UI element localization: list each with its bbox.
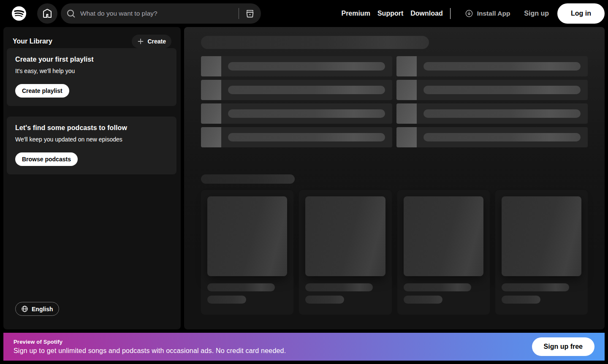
skeleton-track-row (396, 80, 588, 100)
library-title: Your Library (13, 38, 52, 45)
skeleton-card-title (502, 283, 569, 291)
nav-link-support[interactable]: Support (377, 10, 403, 17)
skeleton-track-artwork (396, 56, 417, 76)
skeleton-track-row (396, 127, 588, 147)
skeleton-track-artwork (201, 56, 221, 76)
skeleton-card-subtitle (207, 296, 246, 304)
card-title: Let's find some podcasts to follow (15, 124, 168, 132)
skeleton-track-row (201, 127, 392, 147)
nav-divider (450, 8, 451, 19)
home-button[interactable] (37, 3, 57, 24)
top-bar: Premium Support Download Install App Sig… (0, 0, 608, 27)
create-playlist-button[interactable]: Create playlist (15, 84, 69, 98)
language-button[interactable]: English (15, 302, 59, 316)
skeleton-card-artwork (305, 196, 385, 276)
signup-banner: Preview of Spotify Sign up to get unlimi… (3, 333, 605, 361)
skeleton-track-text (423, 109, 581, 118)
skeleton-page-title (201, 36, 429, 49)
banner-title: Preview of Spotify (14, 339, 286, 345)
skeleton-track-row (201, 56, 392, 76)
skeleton-card (201, 190, 293, 315)
sidebar: Your Library Create Create your first pl… (3, 27, 181, 329)
skeleton-card (397, 190, 490, 315)
install-app-button[interactable]: Install App (465, 9, 510, 18)
browse-podcasts-button[interactable]: Browse podcasts (15, 152, 78, 166)
skeleton-card-artwork (502, 196, 581, 276)
skeleton-card-subtitle (404, 296, 442, 304)
search-bar[interactable] (61, 3, 261, 24)
search-input[interactable] (80, 10, 235, 17)
card-subtitle: We'll keep you updated on new episodes (15, 136, 168, 143)
spotify-logo-icon[interactable] (12, 6, 26, 21)
home-icon (42, 8, 52, 19)
signup-link[interactable]: Sign up (524, 10, 549, 17)
create-playlist-card: Create your first playlist It's easy, we… (7, 48, 176, 106)
skeleton-section-title (201, 174, 295, 184)
find-podcasts-card: Let's find some podcasts to follow We'll… (7, 117, 176, 174)
search-divider (239, 8, 239, 19)
language-label: English (32, 306, 53, 312)
skeleton-track-text (423, 133, 581, 141)
nav-link-download[interactable]: Download (410, 10, 442, 17)
skeleton-card-title (404, 283, 471, 291)
skeleton-card-subtitle (502, 296, 540, 304)
skeleton-track-row (396, 103, 588, 124)
browse-icon[interactable] (245, 8, 255, 19)
nav-link-premium[interactable]: Premium (341, 10, 370, 17)
skeleton-track-text (423, 62, 581, 71)
skeleton-card-title (305, 283, 373, 291)
login-button[interactable]: Log in (557, 3, 605, 24)
create-button[interactable]: Create (132, 35, 171, 48)
skeleton-card-artwork (207, 196, 287, 276)
top-right-nav: Premium Support Download Install App Sig… (341, 3, 605, 24)
skeleton-track-artwork (396, 127, 417, 147)
skeleton-track-artwork (201, 103, 221, 124)
skeleton-card (495, 190, 588, 315)
skeleton-track-text (228, 62, 385, 71)
skeleton-track-row (201, 103, 392, 124)
skeleton-track-row (396, 56, 588, 76)
skeleton-card-grid (201, 190, 588, 315)
skeleton-card-title (207, 283, 275, 291)
card-title: Create your first playlist (15, 56, 168, 63)
skeleton-track-text (228, 86, 385, 94)
library-header: Your Library Create (3, 27, 181, 48)
create-button-label: Create (147, 38, 166, 45)
card-subtitle: It's easy, we'll help you (15, 68, 168, 74)
skeleton-track-artwork (201, 80, 221, 100)
skeleton-row-grid (201, 56, 588, 147)
plus-icon (137, 38, 144, 45)
skeleton-track-artwork (396, 80, 417, 100)
skeleton-card (299, 190, 391, 315)
content-area: Your Library Create Create your first pl… (3, 27, 605, 329)
banner-text: Preview of Spotify Sign up to get unlimi… (14, 339, 286, 355)
skeleton-track-artwork (396, 103, 417, 124)
skeleton-track-text (228, 133, 385, 141)
skeleton-track-text (228, 109, 385, 118)
skeleton-track-text (423, 86, 581, 94)
signup-free-button[interactable]: Sign up free (532, 337, 594, 356)
search-icon (66, 8, 76, 19)
install-app-label: Install App (477, 10, 510, 17)
skeleton-track-artwork (201, 127, 221, 147)
main-panel (184, 27, 605, 329)
skeleton-card-artwork (404, 196, 483, 276)
skeleton-card-subtitle (305, 296, 344, 304)
globe-icon (21, 305, 28, 312)
download-circle-icon (465, 9, 473, 18)
skeleton-track-row (201, 80, 392, 100)
banner-subtitle: Sign up to get unlimited songs and podca… (14, 347, 286, 355)
